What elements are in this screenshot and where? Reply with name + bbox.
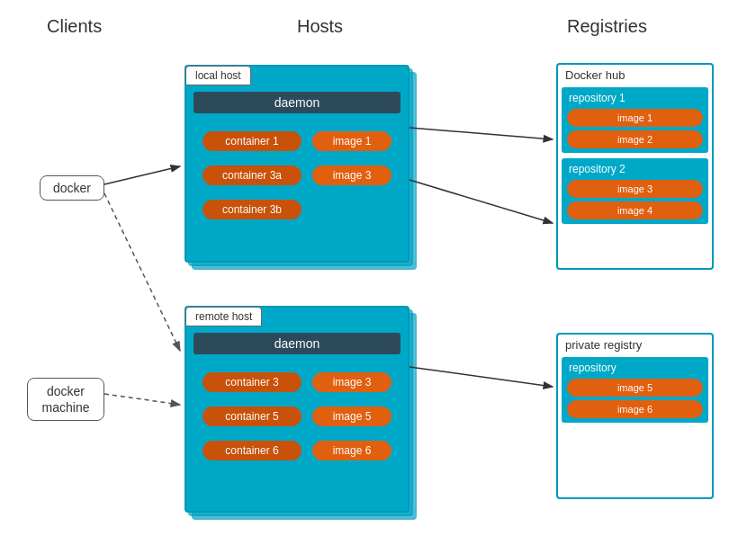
remote-host-panel: remote host daemon container 3 image 3 c…	[184, 306, 410, 513]
local-host-panel: local host daemon container 1 image 1 co…	[184, 65, 410, 263]
svg-line-3	[104, 193, 180, 351]
docker-hub-panel: Docker hub repository 1 image 1 image 2 …	[556, 63, 714, 270]
local-container3a: container 3a	[202, 165, 302, 185]
local-image1: image 1	[312, 131, 392, 151]
remote-image5: image 5	[312, 407, 392, 426]
private-registry-panel: private registry repository image 5 imag…	[556, 333, 714, 499]
private-image6: image 6	[567, 400, 703, 418]
private-registry-title: private registry	[558, 335, 712, 357]
svg-line-4	[104, 394, 180, 405]
hosts-header: Hosts	[297, 16, 343, 37]
clients-header: Clients	[47, 16, 102, 37]
svg-line-7	[410, 367, 553, 387]
docker-client: docker	[40, 175, 104, 201]
repo1-title: repository 1	[567, 92, 703, 104]
diagram: Clients Hosts Registries docker dockerma…	[0, 0, 756, 545]
remote-daemon-bar: daemon	[194, 333, 400, 354]
private-repo-title: repository	[567, 362, 703, 374]
repo2-title: repository 2	[567, 163, 703, 175]
private-image5: image 5	[567, 379, 703, 397]
docker-hub-title: Docker hub	[558, 65, 712, 87]
registries-header: Registries	[567, 16, 647, 37]
private-repo-section: repository image 5 image 6	[562, 357, 708, 423]
repo2-image4: image 4	[567, 201, 703, 219]
repo2-section: repository 2 image 3 image 4	[562, 158, 708, 224]
repo1-image2: image 2	[567, 130, 703, 148]
svg-line-2	[104, 166, 180, 184]
docker-machine-client: dockermachine	[27, 378, 104, 421]
local-container1: container 1	[202, 131, 302, 151]
local-daemon-bar: daemon	[194, 92, 400, 113]
remote-image6: image 6	[312, 441, 392, 460]
svg-line-6	[410, 180, 553, 223]
svg-line-5	[410, 128, 553, 139]
remote-container6: container 6	[202, 441, 302, 460]
local-container3b: container 3b	[202, 200, 302, 219]
repo2-image3: image 3	[567, 180, 703, 198]
remote-container3: container 3	[202, 372, 302, 392]
local-image3: image 3	[312, 165, 392, 185]
remote-container5: container 5	[202, 407, 302, 426]
repo1-section: repository 1 image 1 image 2	[562, 87, 708, 153]
local-host-label: local host	[185, 66, 251, 85]
remote-image3: image 3	[312, 372, 392, 392]
remote-host-label: remote host	[185, 307, 262, 326]
repo1-image1: image 1	[567, 109, 703, 127]
